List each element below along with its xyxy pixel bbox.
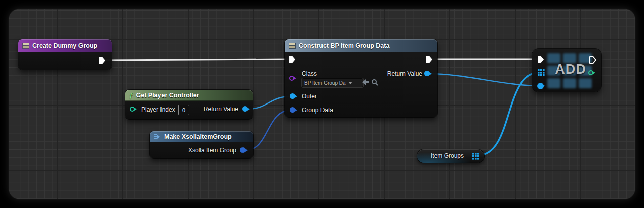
wire-returnvalue-to-add-item[interactable]: [430, 74, 539, 86]
return-value-pin[interactable]: [424, 71, 430, 76]
class-pin[interactable]: [289, 76, 294, 81]
exec-input-pin[interactable]: [289, 56, 296, 63]
class-select-value: BP Item Group Da: [304, 80, 346, 86]
return-value-pin[interactable]: [242, 106, 248, 112]
dropdown-caret-icon: [348, 82, 352, 86]
node-header[interactable]: Construct BP Item Group Data: [285, 39, 437, 52]
node-header[interactable]: Make XsollaItemGroup: [150, 131, 253, 142]
player-index-input[interactable]: 0: [178, 105, 189, 115]
item-groups-array-pin[interactable]: [472, 153, 479, 160]
add-node-label: ADD: [547, 62, 594, 77]
node-box-icon: [22, 43, 29, 49]
class-pin-label: Class: [302, 70, 317, 77]
function-icon: ƒ: [129, 92, 133, 99]
node-header[interactable]: ƒ Get Player Controller: [125, 90, 253, 101]
exec-output-pin[interactable]: [589, 56, 596, 64]
target-array-pin[interactable]: [538, 69, 545, 76]
node-title: Make XsollaItemGroup: [164, 133, 232, 140]
exec-output-pin[interactable]: [99, 57, 106, 64]
blueprint-graph-canvas[interactable]: Create Dummy Group Construct BP Item Gro…: [9, 9, 635, 199]
group-data-pin[interactable]: [290, 107, 295, 113]
outer-pin[interactable]: [290, 93, 295, 99]
outer-pin-label: Outer: [302, 93, 317, 100]
use-selected-arrow-icon[interactable]: [362, 79, 369, 85]
node-header[interactable]: Create Dummy Group: [18, 39, 112, 52]
class-select-dropdown[interactable]: BP Item Group Da: [302, 78, 363, 87]
wire-exec-create-to-construct[interactable]: [105, 59, 291, 60]
screenshot-stage: Create Dummy Group Construct BP Item Gro…: [0, 0, 644, 208]
exec-input-pin[interactable]: [537, 56, 544, 63]
make-struct-icon: [154, 134, 161, 140]
new-item-pin[interactable]: [537, 83, 544, 89]
player-index-label: Player Index: [141, 106, 175, 113]
browse-magnifier-icon[interactable]: [371, 79, 378, 86]
node-title: Get Player Controller: [136, 92, 199, 99]
node-construct-bp-item-group-data[interactable]: Construct BP Item Group Data Class BP It…: [285, 39, 437, 117]
group-data-pin-label: Group Data: [302, 107, 333, 114]
node-title: Create Dummy Group: [32, 42, 97, 49]
node-box-icon: [289, 43, 296, 49]
node-make-xsolla-item-group[interactable]: Make XsollaItemGroup Xsolla Item Group: [150, 131, 253, 158]
node-create-dummy-group[interactable]: Create Dummy Group: [18, 39, 112, 70]
player-index-pin[interactable]: [130, 107, 135, 112]
node-array-add[interactable]: ADD: [532, 49, 601, 92]
node-get-player-controller[interactable]: ƒ Get Player Controller Player Index 0 R…: [125, 90, 253, 119]
return-value-label: Return Value: [387, 70, 422, 77]
node-title: Construct BP Item Group Data: [299, 42, 389, 49]
xsolla-item-group-label: Xsolla Item Group: [188, 147, 236, 154]
exec-output-pin[interactable]: [426, 56, 433, 63]
xsolla-item-group-pin[interactable]: [240, 147, 246, 153]
return-index-pin[interactable]: [588, 70, 593, 75]
item-groups-label: Item Groups: [425, 152, 469, 159]
node-item-groups-getter[interactable]: Item Groups: [417, 149, 484, 163]
return-value-label: Return Value: [204, 106, 238, 113]
